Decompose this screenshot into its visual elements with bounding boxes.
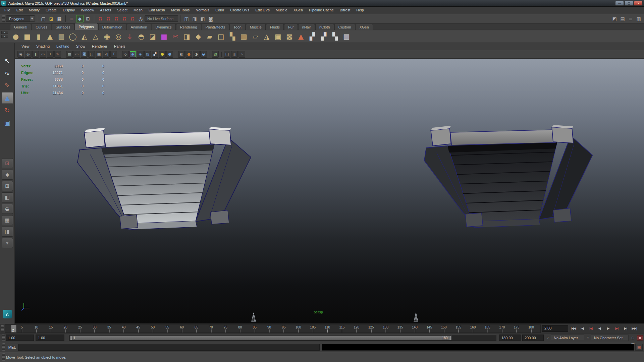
layout-single-pane-button[interactable]: ◆	[2, 170, 13, 180]
menu-item[interactable]: XGen	[290, 7, 306, 14]
auto-map-icon[interactable]: ▞	[318, 31, 329, 42]
menu-set-selector[interactable]: Polygons ▼	[6, 15, 35, 22]
shelf-menu-button[interactable]: ▾	[1, 35, 8, 38]
go-to-end-button[interactable]: ▶▶|	[630, 325, 639, 332]
menu-item[interactable]: File	[1, 7, 13, 14]
wireframe-icon[interactable]: ◇	[122, 51, 129, 58]
snap-point-icon[interactable]: Ω	[113, 15, 120, 22]
ipr-render-icon[interactable]: ◧	[199, 15, 206, 22]
shelf-tab-xgen[interactable]: XGen	[356, 24, 373, 30]
animation-start-field[interactable]: 1.00	[36, 335, 64, 341]
step-forward-frame-button[interactable]: ▶|	[621, 325, 630, 332]
menu-item[interactable]: Normals	[193, 7, 212, 14]
snap-grid-icon[interactable]: Ω	[97, 15, 104, 22]
collapse-separator[interactable]	[93, 15, 95, 22]
flat-lighting-icon[interactable]: ●	[166, 51, 173, 58]
close-button[interactable]: ×	[634, 1, 643, 6]
panel-menu-item[interactable]: Renderer	[89, 43, 111, 50]
subdiv-proxy-icon[interactable]: ■	[159, 31, 169, 42]
time-slider[interactable]: 2 51015202530354045505560657075808590951…	[5, 324, 541, 333]
bridge-icon[interactable]: ▰	[204, 31, 215, 42]
multisampling-icon[interactable]: ◒	[200, 51, 207, 58]
character-set-dropdown-icon[interactable]: ▽	[586, 336, 590, 339]
panel-grip[interactable]	[2, 335, 5, 341]
shelf-tab-muscle[interactable]: Muscle	[246, 24, 266, 30]
select-camera-icon[interactable]: ◉	[17, 51, 24, 58]
smooth-shade-icon[interactable]: ◆	[129, 51, 136, 58]
menu-item[interactable]: Edit Mesh	[146, 7, 168, 14]
planar-map-icon[interactable]: ▞	[307, 31, 318, 42]
shelf-tab-ncloth[interactable]: nCloth	[315, 24, 334, 30]
triangulate-icon[interactable]: ◮	[261, 31, 272, 42]
menu-item[interactable]: Edit UVs	[252, 7, 273, 14]
safe-title-icon[interactable]: T	[110, 51, 117, 58]
render-settings-icon[interactable]: ◙	[207, 15, 214, 22]
range-end-handle[interactable]	[449, 336, 451, 340]
bookmarks-icon[interactable]: ▮	[32, 51, 39, 58]
poly-cube-icon[interactable]: ■	[22, 31, 33, 42]
render-view-icon[interactable]: ◫	[183, 15, 190, 22]
poly-helix-icon[interactable]: ◎	[113, 31, 124, 42]
double-sided-icon[interactable]: ◫	[231, 51, 238, 58]
panel-menu-item[interactable]: Lighting	[53, 43, 73, 50]
panel-menu-item[interactable]: View	[18, 43, 33, 50]
shelf-tab-polygons[interactable]: Polygons	[74, 23, 98, 30]
shelf-tab-fur[interactable]: Fur	[284, 24, 298, 30]
shelf-tab-painteffects[interactable]: PaintEffects	[202, 24, 229, 30]
panel-menu-item[interactable]: Shading	[33, 43, 53, 50]
script-editor-button[interactable]: ▤	[635, 344, 643, 351]
layout-outliner-persp-button[interactable]: ◧	[2, 192, 13, 202]
layout-menu-button[interactable]: ▾	[2, 238, 13, 248]
wireframe-on-shaded-icon[interactable]: ◈	[137, 51, 144, 58]
current-time-field[interactable]: 2.00	[542, 325, 568, 332]
poly-plane-icon[interactable]: ▦	[56, 31, 67, 42]
plugin-shading-icon[interactable]: ∴	[238, 51, 245, 58]
append-polygon-icon[interactable]: ▱	[250, 31, 261, 42]
insert-edge-loop-icon[interactable]: ▥	[238, 31, 249, 42]
poly-torus-icon[interactable]: ◯	[67, 31, 78, 42]
poly-smooth-icon[interactable]: ◓	[136, 31, 147, 42]
poly-cylinder-icon[interactable]: ▮	[33, 31, 44, 42]
collapse-separator[interactable]	[64, 15, 67, 22]
poly-pipe-icon[interactable]: ◉	[102, 31, 112, 42]
snap-curve-icon[interactable]: Ω	[105, 15, 112, 22]
camera-attributes-icon[interactable]: ◎	[25, 51, 32, 58]
textured-icon[interactable]: ▨	[144, 51, 151, 58]
shelf-tab-dynamics[interactable]: Dynamics	[152, 24, 176, 30]
shelf-tab-fluids[interactable]: Fluids	[266, 24, 284, 30]
scale-tool[interactable]: ▣	[2, 117, 13, 128]
shelf-tab-custom[interactable]: Custom	[334, 24, 355, 30]
shelf-tabs-menu-button[interactable]: ▾	[1, 31, 8, 34]
distant-object[interactable]	[252, 313, 256, 321]
live-surface-field[interactable]: No Live Surface	[145, 15, 178, 22]
menu-item[interactable]: Mesh Tools	[168, 7, 193, 14]
poly-reduce-icon[interactable]: ↓	[124, 31, 135, 42]
move-tool[interactable]: ▲	[2, 92, 13, 104]
range-start-handle[interactable]	[70, 336, 72, 340]
current-frame-marker[interactable]: 2	[11, 325, 16, 333]
poly-combine-icon[interactable]: ◪	[147, 31, 158, 42]
tool-settings-icon[interactable]: ≡	[627, 15, 634, 22]
collapse-separator[interactable]	[179, 15, 181, 22]
menu-item[interactable]: Bifrost	[337, 7, 353, 14]
snap-projected-center-icon[interactable]: Ω	[121, 15, 128, 22]
play-backwards-button[interactable]: ◀	[595, 325, 604, 332]
play-forwards-button[interactable]: ▶	[604, 325, 612, 332]
film-gate-icon[interactable]: ▭	[73, 51, 80, 58]
menu-item[interactable]: Edit	[13, 7, 26, 14]
command-input[interactable]	[18, 344, 320, 351]
go-to-start-button[interactable]: |◀◀	[569, 325, 578, 332]
split-polygon-icon[interactable]: ✂	[170, 31, 181, 42]
poly-cone-icon[interactable]: ▲	[45, 31, 55, 42]
menu-item[interactable]: Window	[78, 7, 97, 14]
sculpt-tool-icon[interactable]: ▲	[296, 31, 306, 42]
collapse-separator[interactable]	[36, 15, 38, 22]
layout-four-pane-button[interactable]: ⊞	[2, 181, 13, 191]
select-object-icon[interactable]: ◆	[76, 15, 84, 22]
menu-item[interactable]: Mesh	[130, 7, 146, 14]
ambient-occlusion-icon[interactable]: ●	[185, 51, 192, 58]
maximize-button[interactable]: ▢	[625, 1, 633, 6]
extrude-icon[interactable]: ◨	[181, 31, 192, 42]
layout-hypershade-persp-button[interactable]: ▦	[2, 215, 13, 225]
panel-grip[interactable]	[2, 15, 5, 22]
